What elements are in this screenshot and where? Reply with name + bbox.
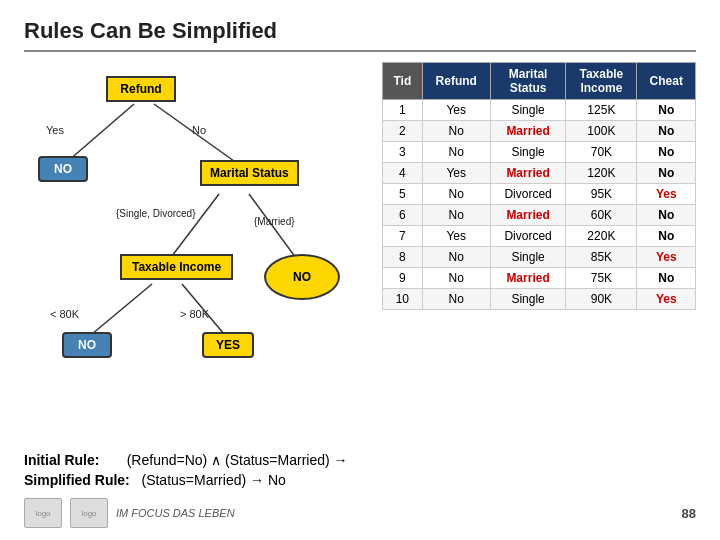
cell-refund: No <box>422 289 490 310</box>
initial-rule-text: (Refund=No) ∧ (Status=Married) → <box>127 452 348 468</box>
cell-taxable: 90K <box>566 289 637 310</box>
brand-text: IM FOCUS DAS LEBEN <box>116 507 235 519</box>
cell-cheat: No <box>637 121 696 142</box>
simplified-rule-text: (Status=Married) → No <box>141 472 285 488</box>
table-row: 8 No Single 85K Yes <box>383 247 696 268</box>
initial-rule-label: Initial Rule: <box>24 452 99 468</box>
content-area: Refund Yes No NO Marital Status {Single,… <box>24 62 696 442</box>
cell-taxable: 70K <box>566 142 637 163</box>
table-row: 2 No Married 100K No <box>383 121 696 142</box>
page-title: Rules Can Be Simplified <box>24 18 696 52</box>
cell-tid: 3 <box>383 142 423 163</box>
table-row: 4 Yes Married 120K No <box>383 163 696 184</box>
lt80k-label: < 80K <box>50 308 79 320</box>
cell-marital: Single <box>490 142 565 163</box>
cell-refund: No <box>422 184 490 205</box>
cell-marital: Married <box>490 163 565 184</box>
cell-tid: 6 <box>383 205 423 226</box>
no-edge-label: No <box>192 124 206 136</box>
bottom-text: Initial Rule: (Refund=No) ∧ (Status=Marr… <box>24 452 696 492</box>
svg-line-0 <box>68 104 134 161</box>
tree-container: Refund Yes No NO Marital Status {Single,… <box>24 66 344 376</box>
table-row: 3 No Single 70K No <box>383 142 696 163</box>
cell-taxable: 95K <box>566 184 637 205</box>
col-refund: Refund <box>422 63 490 100</box>
table-row: 10 No Single 90K Yes <box>383 289 696 310</box>
cell-tid: 2 <box>383 121 423 142</box>
col-tid: Tid <box>383 63 423 100</box>
no-leaf-taxable: NO <box>62 332 112 358</box>
simplified-rule-line: Simplified Rule: (Status=Married) → No <box>24 472 696 488</box>
table-row: 6 No Married 60K No <box>383 205 696 226</box>
refund-node: Refund <box>106 76 176 102</box>
cell-taxable: 120K <box>566 163 637 184</box>
table-row: 1 Yes Single 125K No <box>383 100 696 121</box>
cell-refund: Yes <box>422 163 490 184</box>
table-row: 5 No Divorced 95K Yes <box>383 184 696 205</box>
cell-marital: Married <box>490 205 565 226</box>
footer-row: logo logo IM FOCUS DAS LEBEN 88 <box>24 498 696 528</box>
cell-taxable: 125K <box>566 100 637 121</box>
married-label: {Married} <box>254 216 295 227</box>
cell-refund: Yes <box>422 100 490 121</box>
cell-taxable: 75K <box>566 268 637 289</box>
cell-refund: No <box>422 205 490 226</box>
svg-line-2 <box>172 194 219 256</box>
logo-left: logo <box>24 498 62 528</box>
no-circle-node: NO <box>264 254 340 300</box>
page-number: 88 <box>682 506 696 521</box>
cell-refund: No <box>422 247 490 268</box>
no-leaf-refund: NO <box>38 156 88 182</box>
table-row: 9 No Married 75K No <box>383 268 696 289</box>
cell-marital: Married <box>490 121 565 142</box>
cell-tid: 5 <box>383 184 423 205</box>
table-area: Tid Refund MaritalStatus TaxableIncome C… <box>382 62 696 442</box>
cell-taxable: 220K <box>566 226 637 247</box>
cell-marital: Single <box>490 100 565 121</box>
marital-node: Marital Status <box>200 160 299 186</box>
cell-cheat: Yes <box>637 184 696 205</box>
cell-refund: Yes <box>422 226 490 247</box>
tree-svg <box>24 66 344 376</box>
cell-cheat: No <box>637 142 696 163</box>
taxable-income-node: Taxable Income <box>120 254 233 280</box>
cell-refund: No <box>422 121 490 142</box>
cell-taxable: 60K <box>566 205 637 226</box>
data-table: Tid Refund MaritalStatus TaxableIncome C… <box>382 62 696 310</box>
col-taxable: TaxableIncome <box>566 63 637 100</box>
cell-tid: 1 <box>383 100 423 121</box>
svg-line-4 <box>92 284 152 334</box>
cell-taxable: 100K <box>566 121 637 142</box>
footer-logos: logo logo IM FOCUS DAS LEBEN <box>24 498 235 528</box>
yes-leaf-taxable: YES <box>202 332 254 358</box>
gt80k-label: > 80K <box>180 308 209 320</box>
cell-cheat: No <box>637 163 696 184</box>
cell-marital: Divorced <box>490 184 565 205</box>
cell-refund: No <box>422 268 490 289</box>
yes-edge-label: Yes <box>46 124 64 136</box>
cell-cheat: No <box>637 226 696 247</box>
cell-marital: Single <box>490 289 565 310</box>
simplified-rule-label: Simplified Rule: <box>24 472 130 488</box>
cell-tid: 10 <box>383 289 423 310</box>
cell-cheat: Yes <box>637 289 696 310</box>
single-divorced-label: {Single, Divorced} <box>116 208 196 219</box>
table-row: 7 Yes Divorced 220K No <box>383 226 696 247</box>
initial-rule-line: Initial Rule: (Refund=No) ∧ (Status=Marr… <box>24 452 696 468</box>
cell-taxable: 85K <box>566 247 637 268</box>
page: Rules Can Be Simplified <box>0 0 720 540</box>
cell-cheat: No <box>637 205 696 226</box>
cell-cheat: Yes <box>637 247 696 268</box>
cell-marital: Married <box>490 268 565 289</box>
logo-right: logo <box>70 498 108 528</box>
cell-marital: Divorced <box>490 226 565 247</box>
tree-area: Refund Yes No NO Marital Status {Single,… <box>24 62 364 442</box>
cell-tid: 8 <box>383 247 423 268</box>
cell-cheat: No <box>637 100 696 121</box>
cell-refund: No <box>422 142 490 163</box>
cell-cheat: No <box>637 268 696 289</box>
cell-tid: 4 <box>383 163 423 184</box>
cell-marital: Single <box>490 247 565 268</box>
col-marital: MaritalStatus <box>490 63 565 100</box>
cell-tid: 7 <box>383 226 423 247</box>
